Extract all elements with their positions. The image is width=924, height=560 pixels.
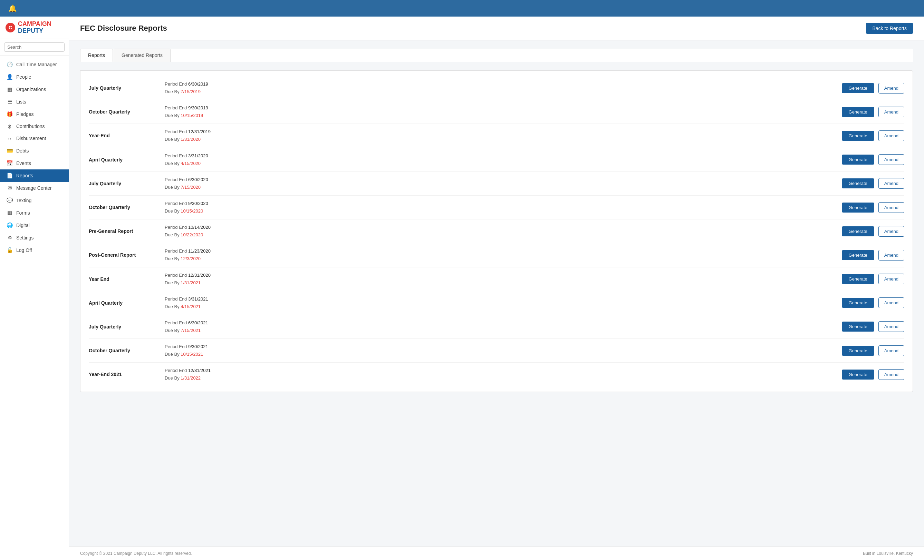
period-end-label: Period End	[165, 344, 188, 349]
report-dates: Period End 3/31/2020 Due By 4/15/2020	[165, 152, 835, 167]
tab-reports[interactable]: Reports	[80, 49, 113, 62]
due-by-label: Due By	[165, 184, 181, 190]
sidebar-item-forms[interactable]: ▦Forms	[0, 207, 69, 219]
report-dates: Period End 9/30/2020 Due By 10/15/2020	[165, 200, 835, 215]
amend-button[interactable]: Amend	[878, 345, 904, 356]
generate-button[interactable]: Generate	[842, 226, 874, 237]
amend-button[interactable]: Amend	[878, 202, 904, 213]
report-dates: Period End 12/31/2019 Due By 1/31/2020	[165, 128, 835, 143]
pledges-icon: 🎁	[6, 111, 13, 117]
search-input[interactable]	[4, 42, 64, 52]
generate-button[interactable]: Generate	[842, 274, 874, 284]
sidebar-item-pledges[interactable]: 🎁Pledges	[0, 108, 69, 120]
logo-campaign: CAMPAIGN	[18, 20, 51, 27]
report-actions: Generate Amend	[835, 274, 904, 284]
generate-button[interactable]: Generate	[842, 154, 874, 165]
amend-button[interactable]: Amend	[878, 250, 904, 261]
amend-button[interactable]: Amend	[878, 83, 904, 93]
sidebar-item-organizations[interactable]: ▦Organizations	[0, 83, 69, 96]
back-to-reports-button[interactable]: Back to Reports	[866, 23, 913, 34]
report-dates: Period End 9/30/2019 Due By 10/15/2019	[165, 104, 835, 119]
report-name: July Quarterly	[89, 85, 165, 91]
generate-button[interactable]: Generate	[842, 131, 874, 141]
sidebar-item-label: Disbursement	[16, 136, 46, 141]
sidebar-item-label: Digital	[16, 223, 30, 228]
report-dates: Period End 9/30/2021 Due By 10/15/2021	[165, 343, 835, 358]
generate-button[interactable]: Generate	[842, 298, 874, 308]
page-header: FEC Disclosure Reports Back to Reports	[69, 16, 924, 40]
amend-button[interactable]: Amend	[878, 297, 904, 308]
sidebar-item-events[interactable]: 📅Events	[0, 157, 69, 169]
period-end-value: 11/23/2020	[188, 249, 211, 254]
report-row: April Quarterly Period End 3/31/2020 Due…	[89, 148, 904, 172]
sidebar-item-digital[interactable]: 🌐Digital	[0, 219, 69, 232]
report-row: Pre-General Report Period End 10/14/2020…	[89, 219, 904, 243]
report-actions: Generate Amend	[835, 321, 904, 332]
report-actions: Generate Amend	[835, 297, 904, 308]
events-icon: 📅	[6, 160, 13, 166]
sidebar-item-call-time-manager[interactable]: 🕐Call Time Manager	[0, 58, 69, 71]
due-by-value: 7/15/2019	[181, 89, 201, 94]
report-dates: Period End 10/14/2020 Due By 10/22/2020	[165, 223, 835, 239]
due-by-label: Due By	[165, 328, 181, 333]
report-name: October Quarterly	[89, 348, 165, 353]
amend-button[interactable]: Amend	[878, 178, 904, 189]
sidebar-item-disbursement[interactable]: ↔Disbursement	[0, 132, 69, 145]
generate-button[interactable]: Generate	[842, 370, 874, 380]
due-by-value: 4/15/2020	[181, 161, 201, 166]
tab-generated-reports[interactable]: Generated Reports	[114, 49, 171, 62]
due-by-label: Due By	[165, 280, 181, 285]
sidebar-item-label: People	[16, 74, 32, 80]
period-end-value: 6/30/2021	[188, 320, 208, 325]
report-row: July Quarterly Period End 6/30/2021 Due …	[89, 315, 904, 339]
generate-button[interactable]: Generate	[842, 202, 874, 213]
amend-button[interactable]: Amend	[878, 106, 904, 117]
period-end-label: Period End	[165, 368, 188, 373]
amend-button[interactable]: Amend	[878, 154, 904, 165]
amend-button[interactable]: Amend	[878, 321, 904, 332]
generate-button[interactable]: Generate	[842, 107, 874, 117]
sidebar-item-log-off[interactable]: 🔓Log Off	[0, 244, 69, 256]
sidebar-item-message-center[interactable]: ✉Message Center	[0, 182, 69, 194]
amend-button[interactable]: Amend	[878, 274, 904, 284]
sidebar-item-reports[interactable]: 📄Reports	[0, 169, 69, 182]
amend-button[interactable]: Amend	[878, 226, 904, 237]
generate-button[interactable]: Generate	[842, 83, 874, 93]
sidebar-item-debts[interactable]: 💳Debts	[0, 145, 69, 157]
generate-button[interactable]: Generate	[842, 346, 874, 356]
report-row: April Quarterly Period End 3/31/2021 Due…	[89, 291, 904, 315]
report-row: July Quarterly Period End 6/30/2019 Due …	[89, 76, 904, 100]
settings-icon: ⚙	[6, 235, 13, 241]
amend-button[interactable]: Amend	[878, 369, 904, 380]
generate-button[interactable]: Generate	[842, 322, 874, 332]
period-end-value: 10/14/2020	[188, 225, 211, 230]
report-actions: Generate Amend	[835, 106, 904, 117]
report-row: Year End Period End 12/31/2020 Due By 1/…	[89, 267, 904, 291]
sidebar-item-label: Texting	[16, 198, 32, 203]
period-end-label: Period End	[165, 129, 188, 134]
sidebar-item-people[interactable]: 👤People	[0, 71, 69, 83]
period-end-value: 9/30/2020	[188, 201, 208, 206]
due-by-label: Due By	[165, 376, 181, 380]
sidebar-item-contributions[interactable]: $Contributions	[0, 120, 69, 132]
due-by-label: Due By	[165, 137, 181, 142]
generate-button[interactable]: Generate	[842, 250, 874, 260]
sidebar-logo: C CAMPAIGN DEPUTY	[0, 16, 69, 39]
due-by-label: Due By	[165, 113, 181, 118]
amend-button[interactable]: Amend	[878, 130, 904, 141]
sidebar-item-lists[interactable]: ☰Lists	[0, 96, 69, 108]
sidebar-item-texting[interactable]: 💬Texting	[0, 194, 69, 207]
due-by-label: Due By	[165, 89, 181, 94]
period-end-label: Period End	[165, 201, 188, 206]
report-actions: Generate Amend	[835, 130, 904, 141]
report-dates: Period End 12/31/2021 Due By 1/31/2022	[165, 367, 835, 382]
due-by-value: 12/3/2020	[181, 256, 201, 261]
sidebar-item-settings[interactable]: ⚙Settings	[0, 232, 69, 244]
bell-icon[interactable]: 🔔	[8, 4, 17, 12]
sidebar-search-container	[0, 39, 69, 55]
period-end-value: 3/31/2020	[188, 153, 208, 159]
generate-button[interactable]: Generate	[842, 178, 874, 189]
report-name: Year-End	[89, 133, 165, 138]
report-dates: Period End 12/31/2020 Due By 1/31/2021	[165, 271, 835, 287]
sidebar-item-label: Settings	[16, 235, 34, 241]
